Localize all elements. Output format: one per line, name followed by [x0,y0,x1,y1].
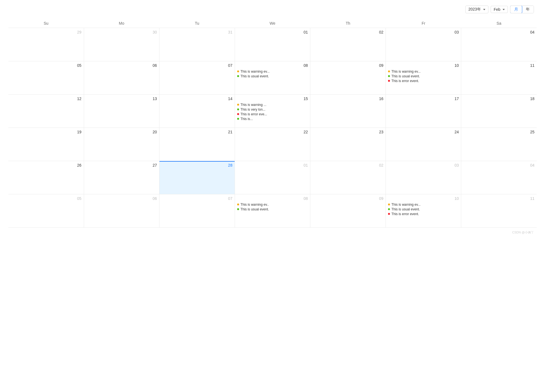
day-number: 24 [388,129,459,135]
calendar-cell[interactable]: 15This is warning ...This is very lon...… [235,95,310,128]
calendar-cell[interactable]: 22 [235,128,310,161]
list-item[interactable]: This is warning ev... [388,203,459,207]
calendar-cell[interactable]: 10This is warning ev...This is usual eve… [386,194,461,228]
month-label: Feb [494,7,500,12]
list-item[interactable]: This is warning ev... [388,70,459,73]
month-chevron-icon [503,9,505,10]
list-item[interactable]: This is usual event. [237,74,308,78]
day-number: 09 [313,63,383,68]
weekday-header: Th [310,19,386,28]
calendar-cell[interactable]: 31 [159,28,235,61]
calendar-cell[interactable]: 13 [84,95,159,128]
list-item[interactable]: This is usual event. [388,74,459,78]
calendar-cell[interactable]: 16 [310,95,386,128]
warning-dot-icon [388,203,390,205]
month-select[interactable]: Feb [491,6,508,13]
day-number: 08 [237,196,308,202]
calendar-cell[interactable]: 18 [461,95,537,128]
calendar-cell[interactable]: 19 [8,128,84,161]
month-view-button[interactable]: 月 [510,6,522,13]
list-item[interactable]: This is... [237,117,308,121]
calendar-cell[interactable]: 24 [386,128,461,161]
calendar-cell[interactable]: 08This is warning ev..This is usual even… [235,194,310,228]
list-item[interactable]: This is usual event. [388,207,459,211]
calendar-cell[interactable]: 10This is warning ev...This is usual eve… [386,61,461,95]
calendar-week-row: 26272801020304 [8,161,537,194]
list-item[interactable]: This is warning ev.. [237,203,308,207]
calendar-cell[interactable]: 09 [310,194,386,228]
list-item[interactable]: This is error eve... [237,112,308,116]
calendar-cell[interactable]: 17 [386,95,461,128]
calendar-cell[interactable]: 21 [159,128,235,161]
calendar-cell[interactable]: 11 [461,194,537,228]
calendar-cell[interactable]: 26 [8,161,84,194]
calendar-cell[interactable]: 11 [461,61,537,95]
event-text: This is usual event. [240,74,269,78]
calendar-cell[interactable]: 06 [84,194,159,228]
day-number: 05 [11,63,82,68]
day-number: 30 [86,30,157,35]
calendar-cell[interactable]: 01 [235,161,310,194]
calendar-cell[interactable]: 02 [310,161,386,194]
list-item[interactable]: This is usual event. [237,207,308,211]
calendar-cell[interactable]: 25 [461,128,537,161]
event-text: This is warning ... [240,103,266,107]
calendar-cell[interactable]: 28 [159,161,235,194]
day-number: 09 [313,196,383,202]
calendar-cell[interactable]: 06 [84,61,159,95]
year-chevron-icon [483,9,485,10]
list-item[interactable]: This is warning ... [237,103,308,107]
calendar-cell[interactable]: 02 [310,28,386,61]
event-text: This is usual event. [391,74,420,78]
event-text: This is warning ev... [391,70,420,73]
event-text: This is warning ev.. [240,203,269,207]
day-number: 07 [162,196,232,202]
event-list: This is warning ev...This is usual event… [388,70,459,84]
calendar-cell[interactable]: 05 [8,194,84,228]
calendar-grid: SuMoTuWeThFrSa 2930310102030405060708Thi… [8,19,537,228]
calendar-cell[interactable]: 04 [461,28,537,61]
day-number: 21 [162,129,232,135]
calendar-cell[interactable]: 08This is warning ev...This is usual eve… [235,61,310,95]
calendar-container: 2023年 Feb 月 年 SuMoTuWeThFrSa 29303101020… [0,0,545,240]
calendar-cell[interactable]: 04 [461,161,537,194]
view-toggle: 月 年 [510,6,534,13]
list-item[interactable]: This is warning ev... [237,70,308,73]
warning-dot-icon [237,104,239,106]
calendar-cell[interactable]: 29 [8,28,84,61]
calendar-cell[interactable]: 03 [386,161,461,194]
year-select[interactable]: 2023年 [465,6,488,13]
day-number: 27 [86,163,157,168]
day-number: 19 [11,129,82,135]
calendar-week-row: 19202122232425 [8,128,537,161]
day-number: 28 [162,163,232,168]
list-item[interactable]: This is very lon... [237,108,308,111]
day-number: 02 [313,163,383,168]
event-text: This is error event. [391,79,419,83]
list-item[interactable]: This is error event. [388,79,459,83]
calendar-cell[interactable]: 23 [310,128,386,161]
calendar-cell[interactable]: 09 [310,61,386,95]
error-dot-icon [388,80,390,82]
day-number: 06 [86,196,157,202]
calendar-cell[interactable]: 30 [84,28,159,61]
year-view-button[interactable]: 年 [522,6,534,13]
day-number: 13 [86,96,157,102]
calendar-cell[interactable]: 07 [159,61,235,95]
calendar-cell[interactable]: 20 [84,128,159,161]
success-dot-icon [237,75,239,77]
list-item[interactable]: This is error event. [388,212,459,216]
day-number: 11 [463,63,534,68]
calendar-cell[interactable]: 01 [235,28,310,61]
calendar-cell[interactable]: 27 [84,161,159,194]
calendar-week-row: 05060708This is warning ev..This is usua… [8,194,537,228]
calendar-cell[interactable]: 12 [8,95,84,128]
calendar-cell[interactable]: 07 [159,194,235,228]
calendar-cell[interactable]: 03 [386,28,461,61]
calendar-cell[interactable]: 05 [8,61,84,95]
event-text: This is very lon... [240,108,265,111]
success-dot-icon [237,118,239,120]
event-list: This is warning ev..This is usual event. [237,203,308,212]
calendar-cell[interactable]: 14 [159,95,235,128]
day-number: 03 [388,30,459,35]
